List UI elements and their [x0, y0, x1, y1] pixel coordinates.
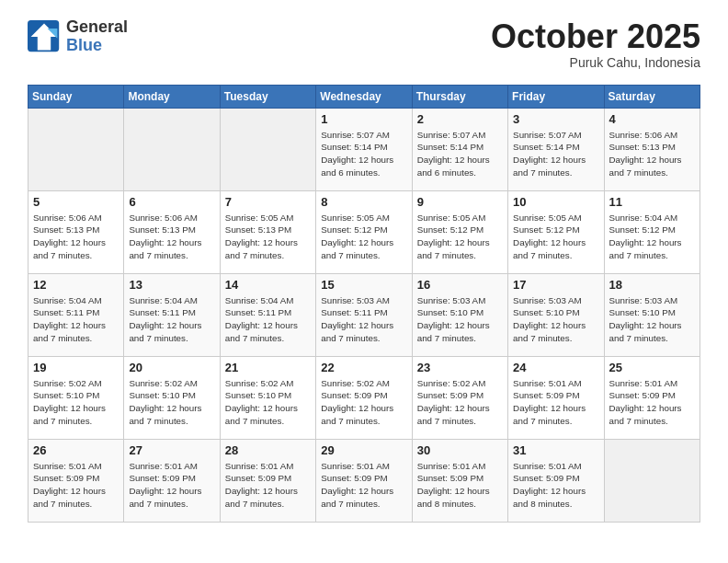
day-info: Sunrise: 5:04 AM Sunset: 5:11 PM Dayligh… — [33, 294, 119, 345]
calendar-day-cell: 11Sunrise: 5:04 AM Sunset: 5:12 PM Dayli… — [604, 190, 700, 273]
calendar-week-row: 26Sunrise: 5:01 AM Sunset: 5:09 PM Dayli… — [28, 439, 700, 522]
day-info: Sunrise: 5:04 AM Sunset: 5:11 PM Dayligh… — [225, 294, 311, 345]
weekday-header: Tuesday — [220, 85, 315, 108]
calendar-table: SundayMondayTuesdayWednesdayThursdayFrid… — [28, 85, 700, 523]
calendar-day-cell: 22Sunrise: 5:02 AM Sunset: 5:09 PM Dayli… — [316, 356, 412, 439]
calendar-day-cell — [220, 108, 315, 190]
day-number: 4 — [609, 112, 695, 126]
calendar-day-cell: 17Sunrise: 5:03 AM Sunset: 5:10 PM Dayli… — [508, 273, 604, 356]
calendar-day-cell: 31Sunrise: 5:01 AM Sunset: 5:09 PM Dayli… — [508, 439, 604, 522]
calendar-day-cell: 27Sunrise: 5:01 AM Sunset: 5:09 PM Dayli… — [124, 439, 220, 522]
day-info: Sunrise: 5:01 AM Sunset: 5:09 PM Dayligh… — [225, 460, 311, 511]
calendar-day-cell: 29Sunrise: 5:01 AM Sunset: 5:09 PM Dayli… — [316, 439, 412, 522]
day-info: Sunrise: 5:05 AM Sunset: 5:13 PM Dayligh… — [225, 212, 311, 262]
calendar-day-cell: 3Sunrise: 5:07 AM Sunset: 5:14 PM Daylig… — [508, 108, 604, 190]
day-info: Sunrise: 5:02 AM Sunset: 5:09 PM Dayligh… — [321, 377, 406, 428]
location-subtitle: Puruk Cahu, Indonesia — [491, 55, 700, 70]
calendar-day-cell: 28Sunrise: 5:01 AM Sunset: 5:09 PM Dayli… — [220, 439, 315, 522]
calendar-day-cell: 30Sunrise: 5:01 AM Sunset: 5:09 PM Dayli… — [412, 439, 507, 522]
day-info: Sunrise: 5:04 AM Sunset: 5:11 PM Dayligh… — [129, 294, 214, 345]
calendar-day-cell: 2Sunrise: 5:07 AM Sunset: 5:14 PM Daylig… — [412, 108, 507, 190]
calendar-body: 1Sunrise: 5:07 AM Sunset: 5:14 PM Daylig… — [28, 108, 700, 522]
day-number: 18 — [609, 278, 695, 292]
calendar-day-cell: 20Sunrise: 5:02 AM Sunset: 5:10 PM Dayli… — [124, 356, 220, 439]
day-info: Sunrise: 5:01 AM Sunset: 5:09 PM Dayligh… — [513, 460, 598, 511]
day-info: Sunrise: 5:03 AM Sunset: 5:10 PM Dayligh… — [609, 294, 695, 345]
day-number: 16 — [417, 278, 503, 292]
day-info: Sunrise: 5:06 AM Sunset: 5:13 PM Dayligh… — [609, 129, 695, 179]
calendar-day-cell: 9Sunrise: 5:05 AM Sunset: 5:12 PM Daylig… — [412, 190, 507, 273]
calendar-week-row: 5Sunrise: 5:06 AM Sunset: 5:13 PM Daylig… — [28, 190, 700, 273]
day-info: Sunrise: 5:07 AM Sunset: 5:14 PM Dayligh… — [513, 129, 598, 179]
title-block: October 2025 Puruk Cahu, Indonesia — [491, 18, 700, 70]
day-number: 10 — [513, 195, 598, 209]
calendar-day-cell: 4Sunrise: 5:06 AM Sunset: 5:13 PM Daylig… — [604, 108, 700, 190]
day-number: 3 — [513, 112, 598, 126]
day-number: 23 — [417, 361, 503, 374]
calendar-day-cell: 14Sunrise: 5:04 AM Sunset: 5:11 PM Dayli… — [220, 273, 315, 356]
day-info: Sunrise: 5:02 AM Sunset: 5:10 PM Dayligh… — [225, 377, 311, 428]
logo-line2: Blue — [66, 37, 128, 55]
day-info: Sunrise: 5:01 AM Sunset: 5:09 PM Dayligh… — [129, 460, 214, 511]
day-number: 9 — [417, 195, 503, 209]
month-title: October 2025 — [491, 18, 700, 55]
calendar-day-cell: 24Sunrise: 5:01 AM Sunset: 5:09 PM Dayli… — [508, 356, 604, 439]
day-info: Sunrise: 5:07 AM Sunset: 5:14 PM Dayligh… — [417, 129, 503, 179]
day-number: 26 — [33, 443, 119, 457]
day-info: Sunrise: 5:03 AM Sunset: 5:11 PM Dayligh… — [321, 294, 406, 345]
day-number: 14 — [225, 278, 311, 292]
weekday-header: Monday — [124, 85, 220, 108]
day-number: 25 — [609, 361, 695, 374]
calendar-day-cell: 7Sunrise: 5:05 AM Sunset: 5:13 PM Daylig… — [220, 190, 315, 273]
day-number: 15 — [321, 278, 406, 292]
day-number: 27 — [129, 443, 214, 457]
calendar-day-cell: 25Sunrise: 5:01 AM Sunset: 5:09 PM Dayli… — [604, 356, 700, 439]
weekday-header: Friday — [508, 85, 604, 108]
calendar-week-row: 1Sunrise: 5:07 AM Sunset: 5:14 PM Daylig… — [28, 108, 700, 190]
day-number: 12 — [33, 278, 119, 292]
day-number: 5 — [33, 195, 119, 209]
calendar-day-cell: 15Sunrise: 5:03 AM Sunset: 5:11 PM Dayli… — [316, 273, 412, 356]
day-number: 24 — [513, 361, 598, 374]
day-number: 13 — [129, 278, 214, 292]
day-info: Sunrise: 5:04 AM Sunset: 5:12 PM Dayligh… — [609, 212, 695, 262]
day-number: 1 — [321, 112, 406, 126]
day-info: Sunrise: 5:06 AM Sunset: 5:13 PM Dayligh… — [33, 212, 119, 262]
day-info: Sunrise: 5:05 AM Sunset: 5:12 PM Dayligh… — [513, 212, 598, 262]
logo-text: General Blue — [66, 18, 128, 55]
day-number: 11 — [609, 195, 695, 209]
day-info: Sunrise: 5:02 AM Sunset: 5:10 PM Dayligh… — [33, 377, 119, 428]
calendar-day-cell: 18Sunrise: 5:03 AM Sunset: 5:10 PM Dayli… — [604, 273, 700, 356]
calendar-day-cell: 21Sunrise: 5:02 AM Sunset: 5:10 PM Dayli… — [220, 356, 315, 439]
weekday-header: Wednesday — [316, 85, 412, 108]
calendar-day-cell: 12Sunrise: 5:04 AM Sunset: 5:11 PM Dayli… — [28, 273, 124, 356]
day-number: 31 — [513, 443, 598, 457]
day-number: 17 — [513, 278, 598, 292]
day-info: Sunrise: 5:02 AM Sunset: 5:09 PM Dayligh… — [417, 377, 503, 428]
calendar-day-cell: 1Sunrise: 5:07 AM Sunset: 5:14 PM Daylig… — [316, 108, 412, 190]
day-info: Sunrise: 5:03 AM Sunset: 5:10 PM Dayligh… — [417, 294, 503, 345]
day-number: 28 — [225, 443, 311, 457]
calendar-week-row: 19Sunrise: 5:02 AM Sunset: 5:10 PM Dayli… — [28, 356, 700, 439]
day-number: 29 — [321, 443, 406, 457]
day-number: 8 — [321, 195, 406, 209]
page-header: General Blue October 2025 Puruk Cahu, In… — [28, 18, 700, 70]
calendar-day-cell: 19Sunrise: 5:02 AM Sunset: 5:10 PM Dayli… — [28, 356, 124, 439]
weekday-header: Sunday — [28, 85, 124, 108]
weekday-header: Thursday — [412, 85, 507, 108]
calendar-header-row: SundayMondayTuesdayWednesdayThursdayFrid… — [28, 85, 700, 108]
logo-line1: General — [66, 18, 128, 37]
day-info: Sunrise: 5:03 AM Sunset: 5:10 PM Dayligh… — [513, 294, 598, 345]
logo: General Blue — [28, 18, 128, 55]
calendar-day-cell — [124, 108, 220, 190]
day-number: 30 — [417, 443, 503, 457]
weekday-header: Saturday — [604, 85, 700, 108]
calendar-week-row: 12Sunrise: 5:04 AM Sunset: 5:11 PM Dayli… — [28, 273, 700, 356]
day-info: Sunrise: 5:01 AM Sunset: 5:09 PM Dayligh… — [33, 460, 119, 511]
calendar-day-cell: 13Sunrise: 5:04 AM Sunset: 5:11 PM Dayli… — [124, 273, 220, 356]
day-number: 22 — [321, 361, 406, 374]
day-info: Sunrise: 5:01 AM Sunset: 5:09 PM Dayligh… — [417, 460, 503, 511]
day-number: 7 — [225, 195, 311, 209]
day-info: Sunrise: 5:01 AM Sunset: 5:09 PM Dayligh… — [513, 377, 598, 428]
calendar-day-cell — [604, 439, 700, 522]
